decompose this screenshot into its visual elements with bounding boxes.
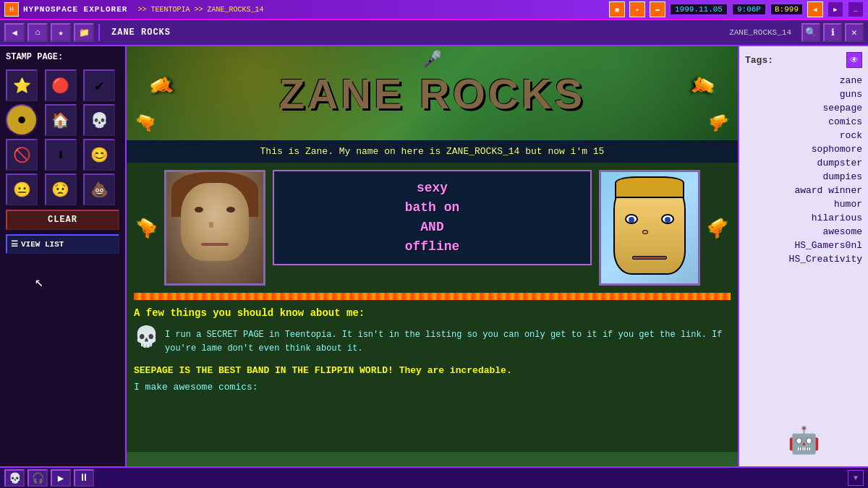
cartoon-eye-right: [661, 214, 674, 224]
date-display: 1999.11.05: [670, 4, 728, 15]
profile-section: 🔫: [134, 170, 731, 286]
page-id: ZANE_ROCKS_14: [729, 28, 791, 37]
skull-button[interactable]: 💀: [4, 469, 25, 487]
stamp-label: STAMP PAGE:: [6, 52, 119, 62]
tags-header: Tags: 👁: [745, 52, 862, 68]
eye-left: [195, 207, 203, 213]
stamp-no[interactable]: 🚫: [6, 139, 38, 171]
cursor-icon: ↖: [35, 273, 43, 291]
gun-deco-right: 🔫: [703, 212, 735, 244]
photo-placeholder: [166, 172, 263, 283]
stamp-skull[interactable]: 💀: [83, 104, 115, 136]
page-header-title: ZANE ROCKS: [279, 69, 585, 118]
center-text-box: sexybath onANDoffline: [273, 170, 592, 265]
stamp-poop[interactable]: 💩: [83, 174, 115, 205]
main-content: 🔫: [127, 163, 738, 452]
profile-photo-real: [164, 170, 265, 286]
stamp-star[interactable]: ⭐: [6, 69, 38, 101]
time-display: 9:06P: [732, 4, 766, 15]
tag-dumpster[interactable]: dumpster: [745, 156, 862, 170]
cartoon-face: [613, 181, 686, 275]
tag-sophomore[interactable]: sophomore: [745, 142, 862, 156]
tag-seepage[interactable]: seepage: [745, 101, 862, 115]
cursor-area: ↖: [6, 258, 119, 461]
search-button[interactable]: 🔍: [801, 23, 820, 42]
minimize-btn[interactable]: _: [848, 1, 864, 17]
nav-bar: ◀ ⌂ ★ 📁 ZANE ROCKS ZANE_ROCKS_14 🔍 ℹ ✕: [0, 20, 868, 46]
left-sidebar: STAMP PAGE: ⭐ 🔴 ✔ ● 🏠 💀 🚫 ⬇ 😊 😐 😟 💩 CLEA…: [0, 46, 127, 466]
scroll-down-button[interactable]: ▼: [848, 470, 864, 486]
view-list-button[interactable]: ☰ VIEW LIST: [6, 234, 119, 254]
credits-display: B:999: [770, 4, 803, 15]
tag-hs-creativity[interactable]: HS_Creativity: [745, 252, 862, 266]
play-button[interactable]: ▶: [51, 469, 71, 487]
status-icon-2: ✦: [629, 1, 645, 17]
center-content: 🔫 🔫 🔫 🔫 ZANE ROCKS 🎤 This is Zane. My na…: [127, 46, 738, 466]
cartoon-nose: [642, 230, 648, 234]
stamp-happy[interactable]: 😊: [83, 139, 115, 171]
nose: [209, 222, 213, 228]
robot-area: 🤖: [745, 266, 862, 461]
stamp-sad[interactable]: 😟: [45, 174, 77, 205]
headphones-button[interactable]: 🎧: [27, 469, 48, 487]
stamp-target[interactable]: 🔴: [45, 69, 77, 101]
app-title: HYPNOSPACE EXPLORER: [23, 5, 127, 14]
nav-icon-2[interactable]: ▶: [827, 1, 843, 17]
tags-eye-button[interactable]: 👁: [846, 52, 862, 68]
right-sidebar: Tags: 👁 zane guns seepage comics rock so…: [738, 46, 868, 466]
nav-icon-1[interactable]: ◀: [807, 1, 823, 17]
tag-rock[interactable]: rock: [745, 129, 862, 142]
stamp-check[interactable]: ✔: [83, 69, 115, 101]
eye-right: [226, 207, 235, 213]
stamp-coin[interactable]: ●: [6, 104, 38, 136]
robot-icon: 🤖: [788, 425, 820, 457]
view-list-label: VIEW LIST: [21, 240, 64, 249]
title-bar: H HYPNOSPACE EXPLORER >> TEENTOPIA >> ZA…: [0, 0, 868, 20]
tag-hilarious[interactable]: hilarious: [745, 211, 862, 225]
home-button[interactable]: ⌂: [27, 23, 48, 42]
mouth: [201, 243, 229, 246]
stamp-neutral[interactable]: 😐: [6, 174, 38, 205]
app-icon: H: [4, 2, 19, 17]
secret-section: 💀 I run a SECRET PAGE in Teentopia. It i…: [134, 325, 731, 359]
stamp-grid: ⭐ 🔴 ✔ ● 🏠 💀 🚫 ⬇ 😊 😐 😟 💩: [6, 69, 119, 205]
tag-dumpies[interactable]: dumpies: [745, 170, 862, 184]
profile-photo-cartoon: [599, 170, 700, 286]
comics-text: I make awesome comics:: [134, 382, 731, 393]
close-nav-button[interactable]: ✕: [845, 23, 864, 42]
intro-text: This is Zane. My name on here is ZANE_RO…: [127, 140, 738, 163]
gun-deco-left: 🔫: [129, 212, 161, 244]
list-icon: ☰: [11, 239, 18, 249]
main-layout: STAMP PAGE: ⭐ 🔴 ✔ ● 🏠 💀 🚫 ⬇ 😊 😐 😟 💩 CLEA…: [0, 46, 868, 466]
back-button[interactable]: ◀: [4, 23, 25, 42]
tags-label: Tags:: [745, 55, 773, 66]
tag-award-winner[interactable]: award winner: [745, 184, 862, 197]
photo-face: [181, 183, 249, 261]
mic-decoration: 🎤: [422, 50, 442, 69]
bottom-bar: 💀 🎧 ▶ ⏸ ▼: [0, 466, 868, 488]
tag-comics[interactable]: comics: [745, 115, 862, 129]
tag-hs-gamers[interactable]: HS_Gamers0nl: [745, 239, 862, 252]
nav-separator: [98, 24, 100, 41]
status-icon-3: ▬: [650, 1, 665, 17]
status-icon-1: ▣: [609, 1, 625, 17]
info-button[interactable]: ℹ: [823, 23, 842, 42]
stamp-down[interactable]: ⬇: [45, 139, 77, 171]
skeleton-icon: 💀: [134, 325, 159, 349]
stamp-house[interactable]: 🏠: [45, 104, 77, 136]
clear-button[interactable]: CLEAR: [6, 210, 119, 230]
about-header: A few things you should know about me:: [134, 307, 731, 319]
folder-button[interactable]: 📁: [74, 23, 94, 42]
page-title: ZANE ROCKS: [104, 27, 178, 38]
pause-button[interactable]: ⏸: [74, 469, 94, 487]
secret-text: I run a SECRET PAGE in Teentopia. It isn…: [165, 328, 731, 356]
cartoon-mouth: [632, 256, 667, 260]
cartoon-pupil-left: [629, 217, 634, 223]
tag-awesome[interactable]: awesome: [745, 225, 862, 239]
page-header: 🔫 🔫 🔫 🔫 ZANE ROCKS 🎤: [127, 46, 738, 140]
tag-guns[interactable]: guns: [745, 87, 862, 101]
tag-humor[interactable]: humor: [745, 197, 862, 211]
divider-bar: [134, 293, 731, 300]
bookmark-button[interactable]: ★: [51, 23, 71, 42]
tag-zane[interactable]: zane: [745, 74, 862, 87]
